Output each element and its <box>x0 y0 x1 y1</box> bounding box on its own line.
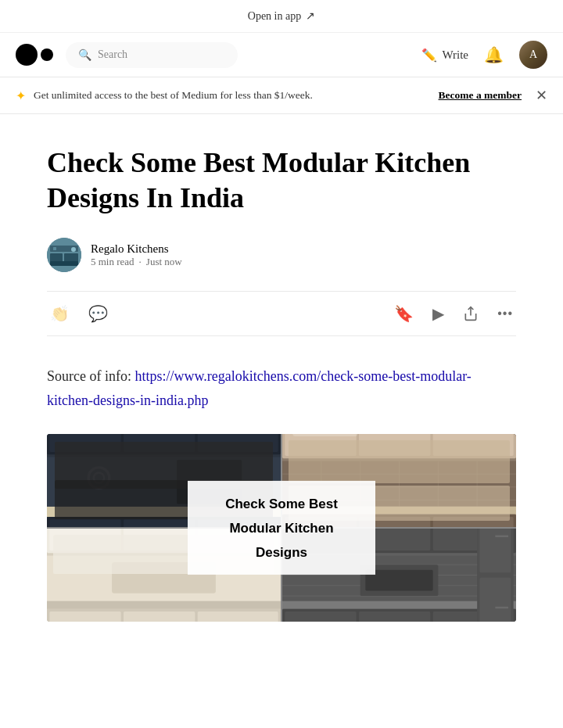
source-paragraph: Source of info: https://www.regalokitche… <box>47 364 516 412</box>
svg-rect-4 <box>50 261 78 266</box>
share-button[interactable] <box>460 303 482 325</box>
article-title: Check Some Best Modular Kitchen Designs … <box>47 145 516 216</box>
author-avatar[interactable] <box>47 238 81 272</box>
svg-rect-31 <box>359 434 430 456</box>
author-meta: 5 min read · Just now <box>91 256 182 268</box>
svg-point-5 <box>71 247 76 252</box>
write-label: Write <box>442 48 468 62</box>
star-icon: ✦ <box>16 88 26 103</box>
author-name[interactable]: Regalo Kitchens <box>91 242 182 256</box>
logo-shape <box>16 44 53 66</box>
open-in-app-text: Open in app <box>248 10 301 23</box>
comment-button[interactable]: 💬 <box>85 301 111 326</box>
article-body: Source of info: https://www.regalokitche… <box>47 364 516 622</box>
author-avatar-image <box>47 238 81 272</box>
search-icon: 🔍 <box>78 48 91 62</box>
svg-rect-18 <box>49 520 120 528</box>
membership-banner: ✦ Get unlimited access to the best of Me… <box>0 77 563 114</box>
top-bar: Open in app ↗ <box>0 0 563 33</box>
svg-rect-97 <box>359 611 430 622</box>
more-button[interactable]: ••• <box>494 303 516 324</box>
svg-rect-73 <box>124 611 195 622</box>
svg-rect-10 <box>49 434 120 452</box>
logo-circle-small <box>41 48 53 61</box>
save-button[interactable]: 🔖 <box>391 301 417 326</box>
become-member-link[interactable]: Become a member <box>439 89 522 102</box>
svg-rect-96 <box>285 611 356 622</box>
action-right: 🔖 ▶ ••• <box>391 301 516 326</box>
kitchen-collage: Regalo Check Some Best Modular Kitchen D… <box>47 434 516 622</box>
share-icon <box>463 306 479 321</box>
medium-logo[interactable] <box>16 44 53 66</box>
svg-rect-32 <box>433 434 514 456</box>
svg-rect-19 <box>124 520 195 528</box>
source-label: Source of info: <box>47 368 131 384</box>
action-bar: 👏 💬 🔖 ▶ ••• <box>47 291 516 336</box>
clap-icon: 👏 <box>50 304 70 323</box>
svg-rect-12 <box>198 434 278 452</box>
published-time: Just now <box>146 256 182 268</box>
save-icon: 🔖 <box>394 304 414 323</box>
image-overlay-text: Check Some Best Modular Kitchen Designs <box>225 497 338 559</box>
svg-rect-70 <box>47 601 281 609</box>
bell-icon: 🔔 <box>484 46 504 63</box>
main-nav: 🔍 Search ✏️ Write 🔔 A <box>0 33 563 77</box>
clap-button[interactable]: 👏 <box>47 301 73 326</box>
listen-icon: ▶ <box>432 304 444 323</box>
open-in-app-icon: ↗ <box>306 9 315 23</box>
write-icon: ✏️ <box>421 48 437 63</box>
svg-rect-72 <box>49 611 120 622</box>
svg-rect-53 <box>292 434 357 436</box>
svg-rect-11 <box>124 434 195 452</box>
close-banner-button[interactable]: ✕ <box>536 87 547 104</box>
svg-rect-74 <box>198 611 278 622</box>
svg-rect-58 <box>124 529 195 550</box>
svg-point-27 <box>94 473 104 483</box>
author-row: Regalo Kitchens 5 min read · Just now <box>47 238 516 272</box>
svg-rect-94 <box>365 570 432 591</box>
meta-dot: · <box>139 256 142 268</box>
avatar-placeholder: A <box>529 48 537 61</box>
banner-text: Get unlimited access to the best of Medi… <box>34 89 431 102</box>
search-input[interactable]: Search <box>98 48 127 61</box>
action-left: 👏 💬 <box>47 301 111 326</box>
logo-circle-big <box>16 44 38 66</box>
svg-rect-6 <box>53 247 56 250</box>
notifications-button[interactable]: 🔔 <box>481 45 507 64</box>
read-time: 5 min read <box>91 256 134 268</box>
svg-rect-104 <box>479 578 511 622</box>
image-overlay: Check Some Best Modular Kitchen Designs <box>188 481 375 575</box>
comment-icon: 💬 <box>88 304 108 323</box>
svg-rect-30 <box>285 434 356 456</box>
search-bar[interactable]: 🔍 Search <box>66 42 238 68</box>
author-info: Regalo Kitchens 5 min read · Just now <box>91 242 182 268</box>
avatar-svg <box>47 238 81 272</box>
listen-button[interactable]: ▶ <box>429 301 447 326</box>
article-content: Check Some Best Modular Kitchen Designs … <box>0 114 563 653</box>
user-avatar[interactable]: A <box>519 41 547 69</box>
more-icon: ••• <box>497 307 513 321</box>
svg-rect-49 <box>433 517 514 527</box>
svg-point-26 <box>88 468 109 489</box>
write-button[interactable]: ✏️ Write <box>421 48 468 63</box>
article-image: Regalo Check Some Best Modular Kitchen D… <box>47 434 516 622</box>
svg-rect-57 <box>49 529 120 550</box>
